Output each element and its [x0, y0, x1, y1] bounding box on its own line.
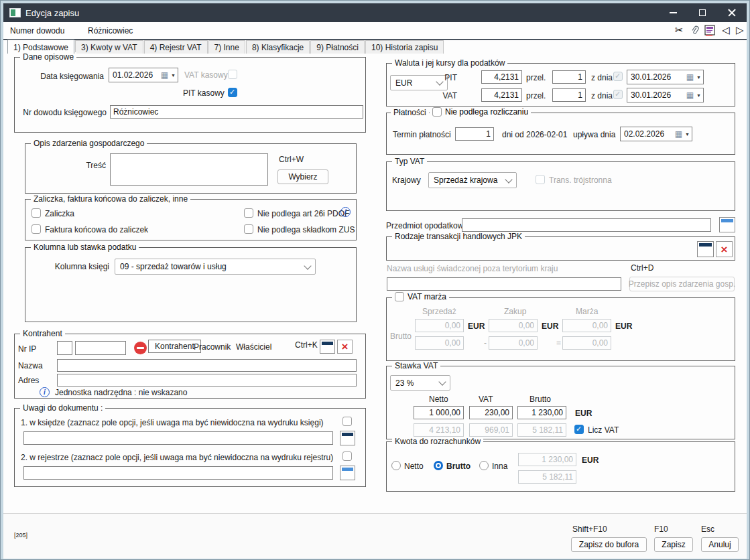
- pit-przel-input[interactable]: [552, 70, 586, 84]
- tab-inne[interactable]: 7) Inne: [208, 40, 245, 54]
- tab-rejestr-vat[interactable]: 4) Rejestr VAT: [144, 40, 208, 54]
- tab-historia-zapisu[interactable]: 10) Historia zapisu: [365, 40, 444, 54]
- nie-podlega-checkbox[interactable]: [432, 107, 442, 117]
- previous-record-icon[interactable]: ◁: [722, 24, 730, 36]
- przedmiot-input[interactable]: [462, 218, 711, 232]
- window-title: Edycja zapisu: [25, 8, 79, 18]
- calendar-icon[interactable]: ▦: [675, 129, 682, 139]
- pit-rate-input[interactable]: [481, 70, 522, 84]
- maximize-icon: [699, 9, 706, 16]
- open-dialog-icon[interactable]: [340, 466, 355, 480]
- chevron-down-icon[interactable]: ▼: [696, 75, 701, 80]
- pit-kasowy-checkbox[interactable]: [228, 88, 237, 97]
- krajowy-label: Krajowy: [392, 176, 421, 185]
- calendar-icon[interactable]: ▦: [686, 90, 694, 100]
- stawka-vat-select[interactable]: 23 %: [390, 375, 450, 391]
- vat-marza-checkbox[interactable]: [395, 292, 404, 301]
- entity-type-kontrahent[interactable]: Kontrahent: [148, 340, 201, 353]
- chevron-down-icon[interactable]: ▼: [171, 73, 176, 78]
- nr-ip-input-1[interactable]: [57, 341, 72, 355]
- col-sprzedaz: Sprzedaż: [422, 307, 456, 316]
- pit-rate-date-field[interactable]: 30.01.2026 ▦ ▼: [627, 70, 704, 84]
- termin-input[interactable]: [455, 127, 494, 141]
- vat-rate-date-field[interactable]: 30.01.2026 ▦ ▼: [627, 88, 704, 102]
- group-legend: Rodzaje transakcji handlowych JPK: [392, 232, 525, 241]
- vat-rate-input[interactable]: [481, 88, 522, 102]
- kontrahent-shortcut: Ctrl+K: [295, 340, 318, 350]
- licz-vat-checkbox[interactable]: [574, 425, 584, 434]
- save-button[interactable]: Zapisz: [654, 537, 693, 552]
- clear-icon[interactable]: ×: [716, 241, 733, 257]
- uwaga-ksiega-checkbox[interactable]: [342, 417, 352, 426]
- clear-icon[interactable]: ×: [337, 340, 353, 354]
- close-button[interactable]: [717, 3, 747, 22]
- adres-label: Adres: [18, 376, 39, 385]
- next-record-icon[interactable]: ▷: [736, 24, 744, 36]
- tab-klasyfikacje[interactable]: 8) Klasyfikacje: [246, 40, 310, 54]
- pit-z-dnia-checkbox: [613, 72, 623, 81]
- pit-rate-label: PIT: [430, 73, 457, 82]
- maximize-button[interactable]: [688, 3, 717, 22]
- booking-date-field[interactable]: 01.02.2026 ▦ ▼: [109, 68, 178, 82]
- vat-przel-input[interactable]: [552, 88, 586, 102]
- chevron-down-icon[interactable]: ▼: [685, 132, 690, 137]
- group-platnosci: Płatności Nie podlega rozliczaniu Termin…: [386, 113, 735, 155]
- open-dialog-icon[interactable]: [719, 217, 735, 232]
- uplywa-dnia-date-field[interactable]: 02.02.2026 ▦ ▼: [620, 127, 692, 141]
- open-list-icon[interactable]: [697, 241, 714, 257]
- typ-vat-select[interactable]: Sprzedaż krajowa: [428, 172, 517, 188]
- uwaga-rejestr-input[interactable]: [23, 466, 333, 480]
- trans-trojstronna-checkbox: [536, 175, 545, 184]
- usluga-input[interactable]: [387, 277, 621, 291]
- adres-input[interactable]: [57, 374, 357, 387]
- uwaga-rejestr-checkbox[interactable]: [342, 451, 352, 461]
- faktura-koncowa-checkbox[interactable]: [32, 224, 41, 234]
- marza-zakup-2: [489, 336, 538, 350]
- tresc-textarea[interactable]: [110, 153, 268, 186]
- entity-type-pracownik[interactable]: Pracownik: [194, 342, 231, 352]
- netto-input[interactable]: [414, 406, 464, 419]
- notes-icon[interactable]: [704, 25, 716, 39]
- save-to-buffer-button[interactable]: Zapisz do bufora: [571, 537, 647, 552]
- radio-brutto[interactable]: [434, 461, 443, 470]
- open-list-icon[interactable]: [320, 340, 335, 354]
- cut-icon[interactable]: ✂: [675, 24, 684, 36]
- radio-netto[interactable]: [391, 461, 401, 470]
- nr-ip-input-2[interactable]: [75, 341, 126, 355]
- remove-contractor-icon[interactable]: [134, 342, 147, 354]
- tab-kwoty-w-vat[interactable]: 3) Kwoty w VAT: [75, 40, 143, 54]
- group-legend: Kolumna lub stawka podatku: [31, 242, 139, 252]
- brutto-input[interactable]: [517, 406, 566, 419]
- przepisz-shortcut: Ctrl+D: [631, 263, 653, 273]
- info-icon[interactable]: [340, 207, 351, 217]
- tab-podstawowe[interactable]: 1) Podstawowe: [7, 40, 74, 54]
- brutto-pln-input: [517, 423, 566, 437]
- calendar-icon[interactable]: ▦: [686, 72, 694, 82]
- chevron-down-icon[interactable]: ▼: [696, 93, 701, 98]
- paperclip-icon[interactable]: [690, 25, 700, 39]
- zaliczka-checkbox[interactable]: [32, 208, 41, 218]
- radio-inna-label: Inna: [492, 462, 507, 471]
- chevron-down-icon: [505, 176, 512, 183]
- document-number-value: Różnicowiec: [88, 26, 133, 36]
- save-buffer-shortcut: Shift+F10: [572, 524, 607, 534]
- entity-type-wlasciciel[interactable]: Właściciel: [236, 342, 271, 352]
- zus-checkbox[interactable]: [244, 224, 253, 234]
- doc-number-input[interactable]: [110, 105, 363, 119]
- termin-label: Termin płatności: [393, 130, 451, 139]
- open-dialog-icon[interactable]: [340, 431, 355, 445]
- minimize-button[interactable]: [658, 3, 688, 22]
- nazwa-input[interactable]: [57, 359, 357, 372]
- tab-platnosci[interactable]: 9) Płatności: [310, 40, 365, 54]
- eur-label: EUR: [575, 409, 592, 418]
- calendar-icon[interactable]: ▦: [161, 70, 168, 80]
- wybierz-button[interactable]: Wybierz: [277, 169, 328, 184]
- cancel-button[interactable]: Anuluj: [701, 537, 739, 552]
- radio-inna[interactable]: [479, 461, 489, 470]
- eur-label: EUR: [582, 456, 599, 465]
- vat-input[interactable]: [469, 406, 513, 419]
- kolumna-ksiegi-select[interactable]: 09 - sprzedaż towarów i usług: [115, 259, 316, 275]
- pdof-checkbox[interactable]: [244, 208, 253, 218]
- uwaga-ksiega-input[interactable]: [23, 431, 333, 445]
- col-zakup: Zakup: [504, 307, 526, 316]
